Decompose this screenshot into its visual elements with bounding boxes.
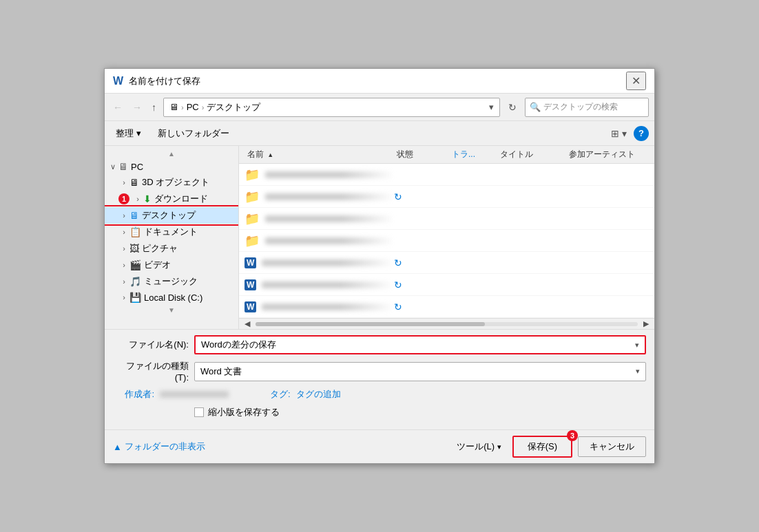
documents-icon: 📋: [129, 226, 141, 237]
tags-add-link[interactable]: タグの追加: [296, 388, 341, 401]
download-icon: ⬇: [143, 193, 152, 204]
music-toggle: ›: [118, 277, 129, 286]
save-dialog: W 名前を付けて保存 ✕ ← → ↑ 🖥 › PC › デスクトップ ▾ ↻ 🔍…: [104, 68, 655, 464]
horizontal-scrollbar[interactable]: ◀ ▶: [239, 318, 654, 329]
address-dropdown-icon[interactable]: ▾: [489, 102, 494, 112]
folder-icon: 📁: [245, 167, 260, 182]
file-list-header: 名前 ▲ 状態 トラ... タイトル 参加アーティスト: [239, 146, 654, 164]
filetype-input[interactable]: Word 文書 ▾: [194, 362, 646, 381]
table-row[interactable]: 📁: [239, 230, 654, 252]
sidebar-scroll-down: ▼: [105, 305, 238, 315]
tags-label: タグ:: [270, 388, 291, 401]
sidebar-item-pictures[interactable]: › 🖼 ピクチャ: [105, 240, 238, 257]
download-label: ダウンロード: [154, 193, 208, 205]
sidebar-item-documents[interactable]: › 📋 ドキュメント: [105, 224, 238, 240]
save-label: 保存(S): [528, 441, 557, 451]
3d-toggle: ›: [118, 178, 129, 187]
help-button[interactable]: ?: [634, 126, 649, 141]
folder-icon: 📁: [245, 189, 260, 204]
desktop-toggle: ›: [118, 211, 129, 220]
file-name-blurred: [262, 281, 394, 288]
hscroll-right-button[interactable]: ▶: [641, 319, 652, 328]
folder-toggle[interactable]: ▲ フォルダーの非表示: [113, 440, 205, 453]
organize-button[interactable]: 整理 ▾: [110, 125, 147, 142]
sidebar-item-3d[interactable]: › 🖥 3D オブジェクト: [105, 174, 238, 191]
dialog-title: 名前を付けて保存: [129, 75, 626, 87]
music-label: ミュージック: [144, 275, 198, 288]
sidebar-item-download[interactable]: 1 › ⬇ ダウンロード: [105, 191, 238, 207]
sidebar-item-pc[interactable]: ∨ 🖥 PC: [105, 159, 238, 174]
filename-row: ファイル名(N): Wordの差分の保存 ▾: [113, 335, 646, 354]
col-header-title[interactable]: タイトル: [497, 149, 566, 160]
word-file-icon: W: [245, 301, 256, 312]
table-row[interactable]: W ↻: [239, 296, 654, 318]
col-header-track[interactable]: トラ...: [449, 149, 497, 160]
videos-icon: 🎬: [129, 259, 141, 270]
filetype-label: ファイルの種類(T):: [113, 360, 189, 383]
sidebar-item-desktop[interactable]: › 🖥 デスクトップ: [105, 207, 238, 224]
word-icon: W: [113, 75, 123, 87]
hscroll-left-button[interactable]: ◀: [242, 319, 253, 328]
sidebar-item-videos[interactable]: › 🎬 ビデオ: [105, 257, 238, 273]
filetype-row: ファイルの種類(T): Word 文書 ▾: [113, 360, 646, 383]
folder-icon: 📁: [245, 233, 260, 248]
table-row[interactable]: W ↻: [239, 252, 654, 274]
pc-icon: 🖥: [118, 161, 128, 172]
file-status-sync: ↻: [394, 191, 449, 202]
annotation-1-badge: 1: [118, 193, 129, 204]
table-row[interactable]: 📁: [239, 208, 654, 230]
col-header-status[interactable]: 状態: [394, 149, 449, 160]
up-button[interactable]: ↑: [149, 100, 159, 114]
3d-label: 3D オブジェクト: [142, 176, 209, 189]
desktop-icon: 🖥: [129, 210, 139, 221]
file-list: 📁 📁 ↻ 📁: [239, 164, 654, 318]
back-button[interactable]: ←: [110, 100, 125, 114]
filename-input[interactable]: Wordの差分の保存 ▾: [194, 335, 646, 354]
file-status-sync: ↻: [394, 301, 449, 312]
author-label: 作成者:: [113, 388, 154, 401]
addr-desktop-icon: 🖥: [169, 102, 178, 112]
file-name-blurred: [265, 171, 394, 178]
filetype-value: Word 文書: [200, 365, 636, 378]
pc-toggle: ∨: [107, 162, 118, 171]
download-toggle: ›: [132, 195, 143, 203]
search-box[interactable]: 🔍 デスクトップの検索: [525, 98, 649, 117]
tools-label: ツール(L): [457, 441, 495, 451]
table-row[interactable]: 📁: [239, 164, 654, 186]
word-file-icon: W: [245, 279, 256, 290]
pc-label: PC: [131, 162, 143, 172]
col-header-artist[interactable]: 参加アーティスト: [566, 149, 649, 160]
filetype-dropdown-icon[interactable]: ▾: [636, 367, 640, 376]
save-button[interactable]: 3 保存(S): [512, 436, 572, 458]
address-parts: 🖥 › PC › デスクトップ: [169, 101, 486, 114]
footer-right: ツール(L) ▾ 3 保存(S) キャンセル: [451, 436, 646, 458]
thumbnail-checkbox[interactable]: [194, 407, 204, 417]
addr-desktop: デスクトップ: [207, 101, 260, 114]
tools-button[interactable]: ツール(L) ▾: [451, 438, 507, 456]
refresh-button[interactable]: ↻: [504, 100, 521, 114]
new-folder-button[interactable]: 新しいフォルダー: [152, 125, 235, 142]
toolbar: 整理 ▾ 新しいフォルダー ⊞ ▾ ?: [105, 121, 654, 146]
address-box[interactable]: 🖥 › PC › デスクトップ ▾: [163, 98, 500, 117]
file-status-sync: ↻: [394, 257, 449, 268]
tools-arrow-icon: ▾: [497, 443, 501, 451]
word-file-icon: W: [245, 257, 256, 268]
thumbnail-row: 縮小版を保存する: [113, 406, 646, 418]
author-value: [160, 391, 229, 398]
cancel-button[interactable]: キャンセル: [578, 436, 646, 457]
folder-toggle-icon: ▲: [113, 442, 122, 452]
sidebar: ▲ ∨ 🖥 PC › 🖥 3D オブジェクト 1 › ⬇ ダウンロード: [105, 146, 239, 329]
pictures-icon: 🖼: [129, 243, 139, 254]
table-row[interactable]: W ↻: [239, 274, 654, 296]
sidebar-item-music[interactable]: › 🎵 ミュージック: [105, 273, 238, 290]
table-row[interactable]: 📁 ↻: [239, 186, 654, 208]
col-header-name[interactable]: 名前 ▲: [245, 149, 394, 160]
view-button[interactable]: ⊞ ▾: [608, 127, 630, 140]
close-button[interactable]: ✕: [626, 72, 646, 90]
sidebar-item-localdisk[interactable]: › 💾 Local Disk (C:): [105, 290, 238, 305]
file-name-blurred: [265, 237, 394, 244]
forward-button[interactable]: →: [129, 100, 145, 114]
meta-row: 作成者: タグ: タグの追加: [113, 388, 646, 401]
pictures-label: ピクチャ: [142, 242, 178, 255]
filename-dropdown-icon[interactable]: ▾: [635, 341, 639, 350]
